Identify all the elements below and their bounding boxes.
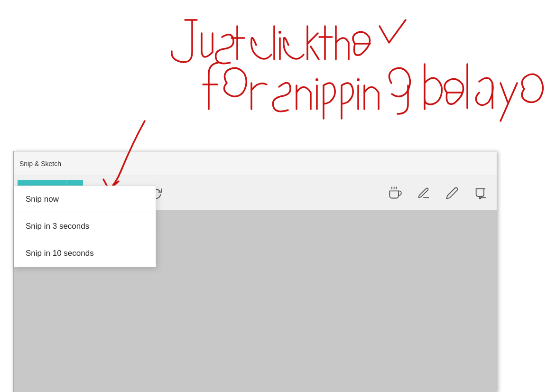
svg-point-1 — [315, 78, 318, 81]
app-title: Snip & Sketch — [19, 160, 61, 168]
touch-icon — [389, 187, 402, 200]
svg-point-2 — [357, 78, 360, 81]
snip-now-option[interactable]: Snip now — [14, 186, 156, 213]
snip-10s-option[interactable]: Snip in 10 seconds — [14, 240, 156, 267]
highlighter-icon — [474, 187, 487, 200]
svg-point-0 — [278, 31, 281, 34]
pencil-button[interactable] — [440, 181, 464, 205]
snip-3s-option[interactable]: Snip in 3 seconds — [14, 213, 156, 240]
dropdown-menu: Snip now Snip in 3 seconds Snip in 10 se… — [14, 186, 156, 267]
highlighter-button[interactable] — [468, 181, 493, 205]
pencil-icon — [445, 187, 459, 200]
pen-icon — [417, 187, 430, 200]
touch-mode-button[interactable] — [383, 181, 408, 205]
app-window: Snip & Sketch New — [13, 151, 497, 392]
ballpoint-pen-button[interactable] — [411, 181, 436, 205]
title-bar: Snip & Sketch — [14, 151, 497, 176]
